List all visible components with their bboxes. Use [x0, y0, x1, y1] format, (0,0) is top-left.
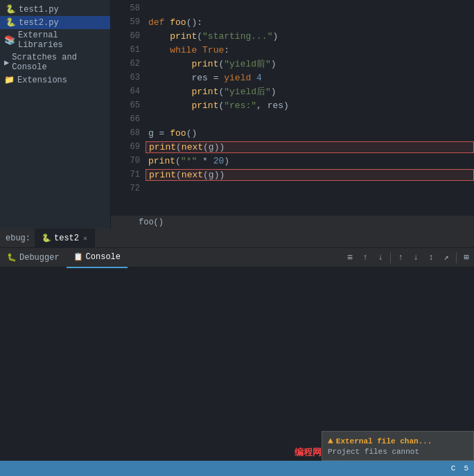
- debug-label-text: ebug:: [6, 233, 30, 243]
- line-content-68[interactable]: g = foo(): [146, 128, 474, 139]
- num-20: 20: [213, 156, 225, 166]
- debug-label: ebug:: [0, 233, 35, 243]
- warning-icon: ▲: [328, 436, 333, 446]
- tab-console-label: Console: [86, 252, 121, 262]
- var-g-71: g: [209, 170, 214, 180]
- file-tree: 🐍 test1.py 🐍 test2.py 📚 External Librari…: [0, 0, 111, 229]
- str-star: "*": [181, 156, 197, 166]
- var-res-65: res: [267, 100, 283, 111]
- file-test2[interactable]: 🐍 test2.py: [0, 16, 110, 29]
- str-starting: "starting...": [202, 31, 272, 42]
- var-g-69: g: [209, 142, 214, 152]
- extensions-label: Extensions: [17, 76, 67, 85]
- print-fn-70: print: [148, 156, 175, 166]
- line-num-62: 62: [121, 59, 146, 69]
- toolbar-grid-btn[interactable]: ⊞: [459, 250, 474, 265]
- debug-panel: ebug: 🐍 test2 ✕ 🐛 Debugger 📋 Console ≡ ↑…: [0, 229, 474, 476]
- line-content-64[interactable]: print("yield后"): [146, 85, 474, 98]
- editor-area: 58 59 def foo(): 60 print("starting...")…: [111, 0, 474, 229]
- line-content-70[interactable]: print("*" * 20): [146, 156, 474, 166]
- scratches-and-console[interactable]: ▶ Scratches and Console: [0, 51, 110, 73]
- fn-next-71: next: [182, 170, 203, 180]
- python-file-icon-2: 🐍: [6, 17, 16, 28]
- scratches-label: Scratches and Console: [12, 53, 106, 72]
- console-tab-bar: 🐛 Debugger 📋 Console ≡ ↑ ↓ ↑ ↓ ↕ ↗ ⊞: [0, 248, 474, 267]
- debug-tab-close[interactable]: ✕: [83, 234, 87, 243]
- toolbar-swap-btn[interactable]: ↕: [423, 250, 439, 265]
- code-line-58: 58: [111, 1, 474, 15]
- external-libraries[interactable]: 📚 External Libraries: [0, 29, 110, 51]
- code-line-68: 68 g = foo(): [111, 126, 474, 140]
- str-yield-before: "yield前": [224, 59, 271, 69]
- line-num-69: 69: [121, 142, 146, 152]
- line-content-63[interactable]: res = yield 4: [146, 73, 474, 83]
- code-line-62: 62 print("yield前"): [111, 57, 474, 71]
- code-lines: 58 59 def foo(): 60 print("starting...")…: [111, 0, 474, 195]
- code-line-63: 63 res = yield 4: [111, 71, 474, 85]
- toolbar-menu-btn[interactable]: ≡: [342, 250, 358, 265]
- line-num-63: 63: [121, 73, 146, 82]
- line-num-64: 64: [121, 87, 146, 96]
- str-res: "res:": [224, 100, 256, 111]
- line-content-59[interactable]: def foo():: [146, 17, 474, 28]
- keyword-while: while: [170, 45, 197, 55]
- call-stack-bar: foo(): [111, 215, 474, 229]
- line-num-66: 66: [121, 114, 146, 124]
- notification-title: External file chan...: [336, 437, 432, 446]
- toolbar-down2-btn[interactable]: ↓: [408, 250, 423, 265]
- tab-console[interactable]: 📋 Console: [67, 247, 128, 268]
- status-c: C: [451, 464, 456, 473]
- toolbar-down-btn[interactable]: ↓: [373, 250, 388, 265]
- notification-popup[interactable]: ▲ External file chan... Project files ca…: [322, 431, 474, 461]
- file-test1[interactable]: 🐍 test1.py: [0, 3, 110, 16]
- notification-text: Project files cannot: [328, 448, 468, 456]
- python-file-icon: 🐍: [6, 4, 16, 15]
- toolbar-sep-2: [456, 252, 457, 263]
- line-num-60: 60: [121, 31, 146, 41]
- debug-header-row: ebug: 🐍 test2 ✕: [0, 229, 474, 248]
- line-num-70: 70: [121, 156, 146, 166]
- toolbar-sep-1: [390, 252, 391, 263]
- keyword-true: True: [202, 45, 224, 55]
- call-stack-text: foo(): [139, 218, 164, 227]
- toolbar-external-btn[interactable]: ↗: [439, 250, 454, 265]
- print-fn-60: print: [170, 31, 197, 42]
- print-fn-65: print: [191, 100, 218, 111]
- arrow-icon: ▶: [4, 58, 9, 68]
- debug-file-name: test2: [54, 233, 79, 243]
- tab-debugger[interactable]: 🐛 Debugger: [0, 247, 67, 268]
- debug-file-icon: 🐍: [42, 233, 51, 243]
- tab-debugger-label: Debugger: [19, 253, 60, 263]
- fn-call-foo: foo: [170, 128, 186, 139]
- line-content-69[interactable]: print(next(g)): [146, 141, 474, 153]
- keyword-def: def: [148, 17, 164, 28]
- line-num-72: 72: [121, 184, 146, 193]
- print-fn-62: print: [191, 59, 218, 69]
- code-line-60: 60 print("starting..."): [111, 29, 474, 43]
- line-content-61[interactable]: while True:: [146, 45, 474, 55]
- code-line-66: 66: [111, 112, 474, 126]
- fn-next-69: next: [182, 142, 203, 152]
- notification-header: ▲ External file chan...: [328, 436, 468, 446]
- line-content-71[interactable]: print(next(g)): [146, 169, 474, 181]
- num-4: 4: [256, 73, 262, 83]
- line-num-71: 71: [121, 170, 146, 179]
- line-content-60[interactable]: print("starting..."): [146, 31, 474, 42]
- print-fn-64: print: [191, 87, 218, 97]
- code-line-71: 71 print(next(g)): [111, 168, 474, 182]
- toolbar-up2-btn[interactable]: ↑: [393, 250, 408, 265]
- debug-file-tab[interactable]: 🐍 test2 ✕: [35, 229, 95, 248]
- var-g: g: [148, 128, 154, 139]
- code-line-61: 61 while True:: [111, 43, 474, 57]
- toolbar-up-btn[interactable]: ↑: [358, 250, 373, 265]
- code-line-64: 64 print("yield后"): [111, 85, 474, 98]
- folder-icon: 📁: [4, 75, 15, 85]
- console-icon: 📋: [73, 252, 83, 261]
- line-num-65: 65: [121, 100, 146, 110]
- line-num-61: 61: [121, 45, 146, 55]
- code-line-72: 72: [111, 182, 474, 195]
- line-content-62[interactable]: print("yield前"): [146, 58, 474, 70]
- var-res: res: [191, 73, 207, 83]
- line-content-65[interactable]: print("res:", res): [146, 100, 474, 111]
- extensions[interactable]: 📁 Extensions: [0, 73, 110, 87]
